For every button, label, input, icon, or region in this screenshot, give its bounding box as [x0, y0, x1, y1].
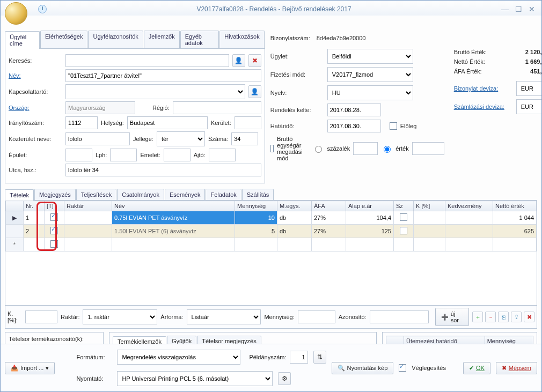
szama-input[interactable] [231, 132, 258, 145]
row-t-checkbox[interactable] [50, 240, 58, 248]
grid-clear-icon[interactable]: ✖ [524, 312, 534, 322]
jellege-select[interactable]: tér [157, 131, 205, 146]
nyelv-select[interactable]: HU [327, 85, 413, 100]
bizdev-label[interactable]: Bizonylat deviza: [454, 85, 513, 92]
ujsor-button[interactable]: ➕új sor [435, 308, 469, 326]
kapcsolattarto-select[interactable] [65, 84, 245, 99]
close-icon[interactable]: ✕ [529, 5, 535, 13]
ok-button[interactable]: ✔OK [463, 362, 490, 374]
col-megys[interactable]: M.egys. [277, 201, 312, 211]
spinner-icon[interactable]: ⇅ [313, 351, 326, 364]
row-t-checkbox[interactable] [50, 213, 58, 221]
maximize-icon[interactable]: ☐ [515, 5, 522, 13]
col-kedv[interactable]: Kedvezmény [445, 201, 493, 211]
emelet-input[interactable] [164, 149, 191, 161]
info-icon[interactable]: i [38, 5, 47, 13]
col-utemhatarido[interactable]: Ütemezési határidő [404, 336, 485, 344]
tab-teljesitesek[interactable]: Teljesítések [76, 189, 116, 200]
subtab-tetelsor-megj[interactable]: Tételsor megjegyzés [197, 336, 261, 344]
col-alap[interactable]: Alap e.ár [346, 201, 394, 211]
arforma-select[interactable]: Listaár [187, 309, 261, 324]
szazalek-radio[interactable] [315, 146, 322, 153]
nyomtkep-button[interactable]: 🔍Nyomtatási kép [332, 362, 394, 374]
nev-input[interactable] [65, 69, 261, 82]
tab-esemenyek[interactable]: Események [165, 189, 205, 200]
raktar-select[interactable]: 1. raktár [83, 309, 157, 324]
col-kpct[interactable]: K [%] [414, 201, 445, 211]
tab-hivatkozasok[interactable]: Hivatkozások [219, 31, 264, 48]
col-nr[interactable]: Nr. [24, 201, 45, 211]
col-raktar[interactable]: Raktár [64, 201, 112, 211]
grid-del-icon[interactable]: － [485, 312, 496, 322]
szazalek-input[interactable] [353, 142, 378, 155]
helyseg-input[interactable] [127, 116, 208, 129]
col-utemmenny[interactable]: Mennyiség [485, 336, 533, 344]
grid-export-icon[interactable]: ⇪ [511, 312, 522, 322]
tab-csatolmanyok[interactable]: Csatolmányok [117, 189, 164, 200]
col-t[interactable]: [T] [45, 201, 64, 211]
ajto-input[interactable] [209, 149, 236, 161]
kozterulet-input[interactable] [65, 132, 130, 145]
brutto-unit-checkbox[interactable] [270, 145, 274, 152]
kpct-input[interactable] [25, 310, 57, 323]
nev-label[interactable]: Név: [9, 72, 62, 79]
tab-ugyfelazonositok[interactable]: Ügyfélazonosítók [88, 31, 143, 48]
subtab-termekjellemzok[interactable]: Termékjellemzők [113, 336, 166, 344]
bizdev-select[interactable]: EUR [516, 81, 541, 96]
grid-add-icon[interactable]: ＋ [472, 312, 483, 322]
regio-input[interactable] [173, 101, 261, 114]
ugylet-select[interactable]: Belföldi [327, 49, 413, 64]
utca-input[interactable] [65, 164, 261, 176]
tab-feladatok[interactable]: Feladatok [206, 189, 241, 200]
szamdev-label[interactable]: Számlázási deviza: [454, 103, 513, 110]
kerulet-input[interactable] [235, 116, 261, 129]
megsem-button[interactable]: ✖Mégsem [496, 362, 537, 374]
col-afa[interactable]: ÁFA [312, 201, 346, 211]
kereses-input[interactable] [65, 54, 229, 67]
import-button[interactable]: 📥Import ... ▾ [5, 362, 55, 374]
remove-customer-icon[interactable]: ✖ [248, 54, 261, 67]
col-netto[interactable]: Nettó érték [493, 201, 537, 211]
grid-copy-icon[interactable]: ⎘ [498, 312, 509, 322]
orszag-label[interactable]: Ország: [9, 105, 62, 111]
szamdev-select[interactable]: EUR [516, 99, 541, 114]
azonosito-input[interactable] [370, 310, 429, 323]
ertek-input[interactable] [412, 142, 444, 155]
items-grid[interactable]: Nr. [T] Raktár Név Mennyiség M.egys. ÁFA… [5, 201, 537, 252]
formatum-select[interactable]: Megrendelés visszaigazolás [117, 350, 240, 365]
table-row[interactable]: ▶ 1 0.75l EVIAN PET ásványvíz 10 db 27% … [6, 211, 537, 225]
row-sz-checkbox[interactable] [400, 227, 407, 234]
nyomtato-select[interactable]: HP Universal Printing PCL 5 (6. másolat) [117, 371, 273, 386]
tab-szallitas[interactable]: Szállítás [242, 189, 274, 200]
col-nev[interactable]: Név [112, 201, 235, 211]
contact-icon[interactable]: 👤 [248, 85, 261, 98]
gear-icon[interactable]: ⚙ [278, 372, 291, 385]
menny-input[interactable] [298, 310, 335, 323]
tab-jellemzok[interactable]: Jellemzők [144, 31, 180, 48]
lph-input[interactable] [110, 149, 137, 161]
subtab-gyujtok[interactable]: Gyűjtők [167, 336, 196, 344]
row-t-checkbox[interactable] [50, 227, 58, 234]
hatarido-input[interactable] [327, 120, 381, 132]
tab-megjegyzes[interactable]: Megjegyzés [34, 189, 76, 200]
ertek-radio[interactable] [384, 146, 391, 153]
row-sz-checkbox[interactable] [400, 213, 407, 221]
add-customer-icon[interactable]: 👤 [232, 54, 245, 67]
rendkelte-input[interactable] [327, 103, 381, 116]
epulet-input[interactable] [65, 149, 92, 161]
fizmod-select[interactable]: V20177_fizmod [327, 67, 413, 82]
tab-egyeb-adatok[interactable]: Egyéb adatok [180, 31, 219, 48]
minimize-icon[interactable]: — [501, 5, 509, 13]
irsz-input[interactable] [65, 116, 98, 129]
vegleg-checkbox[interactable] [399, 364, 406, 372]
tab-tetelek[interactable]: Tételek [5, 189, 34, 201]
col-sz[interactable]: Sz [394, 201, 414, 211]
table-row-new[interactable]: * [6, 238, 537, 252]
col-menny[interactable]: Mennyiség [235, 201, 277, 211]
orszag-input[interactable] [65, 101, 135, 114]
tab-elerhetosegek[interactable]: Elérhetőségek [40, 31, 87, 48]
tab-ugyfel-cime[interactable]: Ügyfél címe [5, 31, 40, 49]
peldany-input[interactable] [290, 351, 308, 364]
eloleg-checkbox[interactable] [390, 122, 397, 130]
table-row[interactable]: 2 1.50l EVIAN PET (6) ásványvíz 5 db 27%… [6, 225, 537, 238]
